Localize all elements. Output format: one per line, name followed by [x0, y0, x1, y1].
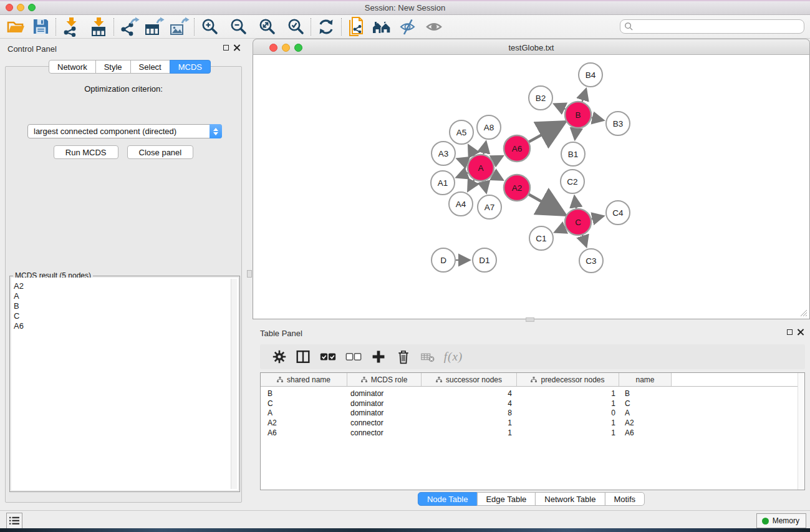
edge-A-A7[interactable]	[484, 181, 486, 193]
edge-A6-B[interactable]	[529, 123, 564, 142]
network-window-titlebar[interactable]: testGlobe.txt	[253, 39, 810, 55]
node-B[interactable]: B	[565, 102, 591, 128]
mcds-result-list[interactable]: A2 A B C A6	[11, 278, 238, 490]
edge-A-A2[interactable]	[493, 175, 503, 180]
refresh-button[interactable]	[316, 16, 337, 37]
node-A2[interactable]: A2	[504, 175, 530, 201]
resize-grip-icon[interactable]	[799, 309, 808, 317]
node-D1[interactable]: D1	[473, 248, 496, 272]
cell-shared-name[interactable]: A6	[261, 428, 347, 437]
result-item[interactable]: A6	[14, 321, 238, 331]
table-scrollbar[interactable]	[798, 373, 804, 490]
edge-C-C1[interactable]	[555, 228, 566, 232]
cell-mcds-role[interactable]: dominator	[347, 399, 422, 408]
network-canvas[interactable]: B4 B2 B B3 A5 A8 A6 B1 A3 A C2 A1 A2	[253, 55, 810, 319]
edge-A-A6[interactable]	[493, 156, 503, 161]
column-header-mcds-role[interactable]: MCDS role	[347, 373, 422, 386]
result-item[interactable]: C	[14, 311, 238, 321]
column-header-name[interactable]: name	[619, 373, 672, 386]
cell-name[interactable]: A6	[619, 428, 672, 437]
panel-divider-grip[interactable]	[247, 270, 252, 278]
cell-mcds-role[interactable]: dominator	[347, 389, 422, 398]
node-A[interactable]: A	[468, 155, 494, 181]
cell-successor-nodes[interactable]: 8	[422, 409, 517, 417]
cell-predecessor-nodes[interactable]: 0	[517, 409, 619, 417]
hide-details-button[interactable]	[397, 16, 418, 37]
tab-mcds[interactable]: MCDS	[170, 60, 211, 74]
cell-shared-name[interactable]: A2	[261, 418, 347, 427]
node-B1[interactable]: B1	[561, 142, 585, 166]
node-A8[interactable]: A8	[477, 115, 501, 139]
node-A4[interactable]: A4	[449, 192, 473, 216]
close-table-panel-icon[interactable]	[797, 329, 804, 336]
edge-C-C3[interactable]	[582, 235, 586, 247]
zoom-in-button[interactable]	[199, 16, 220, 37]
edge-A-A1[interactable]	[456, 173, 468, 177]
edge-A-A5[interactable]	[469, 145, 475, 156]
tab-network-table[interactable]: Network Table	[535, 492, 605, 506]
cell-shared-name[interactable]: A	[261, 409, 347, 417]
node-C2[interactable]: C2	[561, 170, 584, 193]
cell-successor-nodes[interactable]: 1	[422, 418, 517, 427]
import-table-button[interactable]	[88, 16, 109, 37]
network-graph[interactable]: B4 B2 B B3 A5 A8 A6 B1 A3 A C2 A1 A2	[253, 55, 809, 319]
cell-successor-nodes[interactable]: 1	[422, 428, 517, 437]
float-table-panel-icon[interactable]	[787, 329, 793, 335]
cell-successor-nodes[interactable]: 4	[422, 389, 517, 398]
delete-table-button[interactable]	[416, 346, 440, 367]
tab-network[interactable]: Network	[49, 60, 96, 74]
tab-style[interactable]: Style	[95, 60, 131, 74]
task-history-button[interactable]	[6, 513, 22, 529]
column-header-shared-name[interactable]: shared name	[261, 373, 347, 386]
result-scrollbar[interactable]	[231, 279, 237, 489]
node-D[interactable]: D	[432, 248, 455, 272]
cell-mcds-role[interactable]: connector	[347, 418, 422, 427]
run-mcds-button[interactable]: Run MCDS	[54, 145, 118, 159]
cell-predecessor-nodes[interactable]: 1	[517, 418, 619, 427]
column-header-successor-nodes[interactable]: successor nodes	[422, 373, 517, 386]
export-table-button[interactable]	[143, 16, 165, 37]
edge-B-B3[interactable]	[592, 118, 604, 120]
edge-C-C4[interactable]	[591, 216, 603, 220]
optimization-criterion-dropdown[interactable]: largest connected component (directed)	[27, 124, 222, 138]
edge-A-A4[interactable]	[468, 180, 475, 191]
add-column-button[interactable]	[367, 346, 390, 367]
node-B3[interactable]: B3	[606, 112, 630, 135]
float-panel-icon[interactable]	[223, 45, 229, 51]
tab-select[interactable]: Select	[130, 60, 170, 74]
open-session-button[interactable]	[5, 16, 26, 37]
node-C4[interactable]: C4	[606, 201, 630, 225]
zoom-selected-button[interactable]	[285, 16, 306, 37]
table-row[interactable]: A6 connector 1 1 A6	[261, 428, 804, 438]
show-details-button[interactable]	[423, 16, 445, 37]
show-column-button[interactable]	[291, 346, 315, 367]
node-B2[interactable]: B2	[529, 86, 552, 110]
cell-shared-name[interactable]: B	[261, 389, 347, 398]
edge-B-B2[interactable]	[554, 104, 566, 109]
export-network-button[interactable]	[118, 16, 140, 37]
cell-predecessor-nodes[interactable]: 1	[517, 428, 619, 437]
zoom-out-button[interactable]	[228, 16, 249, 37]
cell-mcds-role[interactable]: connector	[347, 428, 422, 437]
select-all-button[interactable]	[316, 346, 340, 367]
table-row[interactable]: A2 connector 1 1 A2	[261, 418, 804, 428]
horizontal-divider-grip[interactable]	[526, 317, 534, 322]
export-image-button[interactable]	[168, 16, 190, 37]
table-row[interactable]: B dominator 4 1 B	[261, 389, 804, 399]
cell-successor-nodes[interactable]: 4	[422, 399, 517, 408]
node-A5[interactable]: A5	[450, 120, 473, 144]
deselect-all-button[interactable]	[342, 346, 365, 367]
edge-A-A3[interactable]	[457, 159, 468, 163]
cell-predecessor-nodes[interactable]: 1	[517, 399, 619, 408]
node-A3[interactable]: A3	[432, 142, 455, 165]
result-item[interactable]: A2	[14, 281, 238, 291]
tab-node-table[interactable]: Node Table	[418, 492, 478, 506]
cell-name[interactable]: B	[619, 389, 672, 398]
home-networks-button[interactable]	[371, 16, 392, 37]
function-builder-button[interactable]: f(x)	[441, 346, 465, 367]
search-input[interactable]	[634, 22, 800, 32]
edge-C-C2[interactable]	[574, 196, 576, 208]
cell-name[interactable]: C	[619, 399, 672, 408]
tab-motifs[interactable]: Motifs	[604, 492, 645, 506]
node-A1[interactable]: A1	[431, 171, 455, 195]
